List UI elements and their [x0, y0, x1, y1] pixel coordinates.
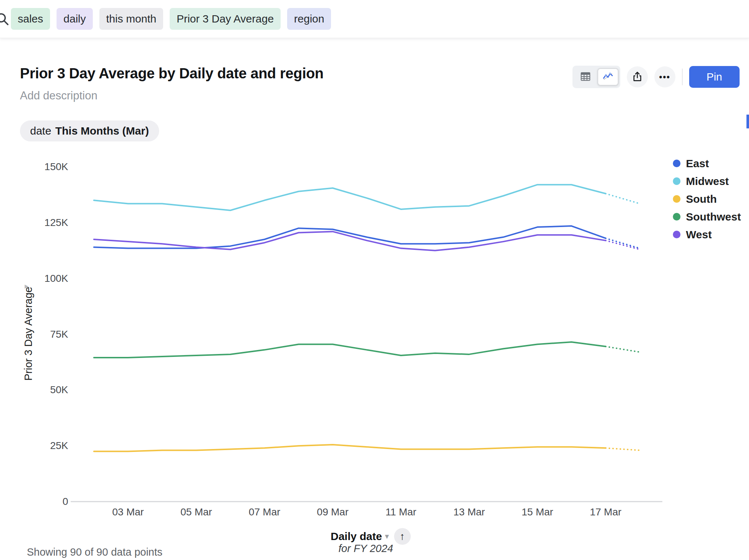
search-icon: [0, 11, 10, 28]
data-points-count: Showing 90 of 90 data points: [27, 546, 162, 558]
search-token-prior-3-day-average[interactable]: Prior 3 Day Average: [170, 8, 281, 30]
series-line-south-projection[interactable]: [606, 448, 640, 450]
legend-item-west[interactable]: West: [673, 226, 741, 243]
legend-item-midwest[interactable]: Midwest: [673, 172, 741, 190]
search-token-region[interactable]: region: [287, 8, 331, 30]
series-line-south[interactable]: [94, 445, 606, 451]
scrollbar-thumb[interactable]: [746, 115, 749, 128]
legend-label: Midwest: [686, 175, 729, 188]
sort-ascending-button[interactable]: ↑: [394, 528, 411, 545]
legend-dot-east: [673, 160, 680, 167]
legend-item-southwest[interactable]: Southwest: [673, 208, 741, 226]
legend-label: East: [686, 157, 709, 170]
search-tokens: salesdailythis monthPrior 3 Day Averager…: [11, 8, 331, 30]
legend-dot-midwest: [673, 177, 680, 185]
series-line-midwest-projection[interactable]: [606, 194, 640, 204]
chart-legend: EastMidwestSouthSouthwestWest: [673, 155, 741, 243]
legend-label: South: [686, 193, 717, 205]
x-axis-label[interactable]: Daily date: [331, 530, 382, 543]
search-token-sales[interactable]: sales: [11, 8, 50, 30]
legend-item-east[interactable]: East: [673, 155, 741, 172]
series-line-southwest-projection[interactable]: [606, 346, 640, 352]
arrow-up-icon: ↑: [400, 531, 405, 542]
legend-label: West: [686, 228, 712, 241]
series-line-west-projection[interactable]: [606, 240, 640, 250]
search-token-daily[interactable]: daily: [57, 8, 93, 30]
legend-dot-southwest: [673, 213, 680, 221]
page: salesdailythis monthPrior 3 Day Averager…: [0, 0, 749, 560]
search-bar[interactable]: salesdailythis monthPrior 3 Day Averager…: [0, 0, 749, 38]
legend-item-south[interactable]: South: [673, 190, 741, 208]
series-line-southwest[interactable]: [94, 342, 606, 358]
chart-plot[interactable]: [0, 0, 749, 560]
legend-dot-west: [673, 231, 680, 238]
search-token-this-month[interactable]: this month: [99, 8, 163, 30]
legend-dot-south: [673, 195, 680, 203]
series-line-midwest[interactable]: [94, 185, 606, 210]
series-line-east-projection[interactable]: [606, 238, 640, 248]
legend-label: Southwest: [686, 211, 741, 223]
chevron-down-icon[interactable]: ▾: [385, 532, 389, 541]
x-axis-subtitle: for FY 2024: [338, 543, 393, 555]
